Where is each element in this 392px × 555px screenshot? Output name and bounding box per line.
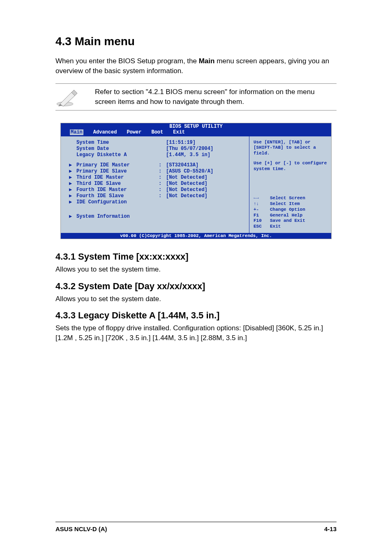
bios-menu-exit: Exit	[173, 129, 185, 135]
section-heading: 4.3.1 System Time [xx:xx:xxxx]	[55, 251, 337, 262]
bios-help-key: ←→	[254, 196, 270, 201]
section-text: Allows you to set the system time.	[55, 265, 337, 274]
bios-help-row: +-Change Option	[254, 207, 327, 213]
bios-label: Fourth IDE Slave	[76, 193, 159, 199]
bios-help-txt: Change Option	[270, 207, 305, 213]
bios-help-txt: Exit	[270, 224, 281, 230]
bios-help-txt: Select Item	[270, 201, 300, 207]
bios-label: Legacy Diskette A	[76, 152, 159, 158]
bios-val: [ASUS CD-S520/A]	[166, 168, 213, 175]
bios-help-top: Use [ENTER], [TAB] or [SHIFT-TAB] to sel…	[254, 140, 327, 157]
bios-help-row: F10Save and Exit	[254, 218, 327, 224]
intro-bold: Main	[199, 57, 215, 65]
section-heading: 4.3.3 Legacy Diskette A [1.44M, 3.5 in.]	[55, 310, 337, 321]
bios-label: Fourth IDE Master	[76, 187, 159, 193]
section-text: Allows you to set the system date.	[55, 294, 337, 304]
bios-row: ▶IDE Configuration	[69, 199, 245, 205]
intro-paragraph: When you enter the BIOS Setup program, t…	[55, 56, 337, 76]
bios-row: Legacy Diskette A[1.44M, 3.5 in]	[69, 152, 245, 158]
bios-label: IDE Configuration	[76, 199, 159, 205]
intro-pre: When you enter the BIOS Setup program, t…	[55, 57, 199, 65]
bios-help-key: ESC	[254, 224, 270, 230]
bios-label: System Information	[76, 214, 159, 220]
bios-val: [Not Detected]	[166, 181, 208, 187]
bios-val: [Not Detected]	[166, 193, 208, 199]
bios-help-txt: Save and Exit	[270, 218, 305, 224]
bios-left-panel: System Time[11:51:19] System Date[Thu 05…	[61, 136, 249, 233]
note-box: Refer to section "4.2.1 BIOS menu screen…	[55, 83, 337, 111]
note-text: Refer to section "4.2.1 BIOS menu screen…	[87, 87, 337, 107]
bios-help-key: ↑↓	[254, 201, 270, 207]
bios-help-key: +-	[254, 207, 270, 213]
bios-help-key: F10	[254, 218, 270, 224]
bios-row: ▶Primary IDE Master:[ST320413A]	[69, 162, 245, 168]
bios-help-row: ←→Select Screen	[254, 196, 327, 201]
bios-menu-advanced: Advanced	[93, 129, 117, 135]
bios-help-row: ESCExit	[254, 224, 327, 230]
bios-menu-main: Main	[70, 129, 83, 135]
bios-row: ▶Fourth IDE Master:[Not Detected]	[69, 187, 245, 193]
bios-label: Third IDE Slave	[76, 181, 159, 187]
footer-left: ASUS NCLV-D (A)	[55, 525, 107, 532]
bios-menu-boot: Boot	[151, 129, 163, 135]
bios-help-key: F1	[254, 213, 270, 219]
bios-help-row: ↑↓Select Item	[254, 201, 327, 207]
bios-row: ▶Primary IDE Slave:[ASUS CD-S520/A]	[69, 168, 245, 175]
bios-val: [1.44M, 3.5 in]	[166, 152, 210, 158]
section-text: Sets the type of floppy drive installed.…	[55, 323, 337, 343]
bios-label: System Date	[76, 146, 159, 152]
bios-row: ▶Third IDE Master:[Not Detected]	[69, 175, 245, 181]
bios-help-mid: Use [+] or [-] to configure system time.	[254, 161, 327, 172]
bios-row: ▶Third IDE Slave:[Not Detected]	[69, 181, 245, 187]
bios-val: [Not Detected]	[166, 175, 208, 181]
bios-val: [Not Detected]	[166, 187, 208, 193]
bios-row: System Time[11:51:19]	[69, 140, 245, 146]
bios-right-panel: Use [ENTER], [TAB] or [SHIFT-TAB] to sel…	[249, 136, 331, 233]
bios-help-txt: General Help	[270, 213, 302, 219]
bios-row: ▶Fourth IDE Slave:[Not Detected]	[69, 193, 245, 199]
pencil-icon	[55, 87, 78, 107]
bios-label: Primary IDE Slave	[76, 168, 159, 175]
bios-screenshot: BIOS SETUP UTILITY Main Advanced Power B…	[60, 123, 332, 239]
bios-row: ▶System Information	[69, 214, 245, 220]
footer-right: 4-13	[324, 525, 337, 532]
bios-help-txt: Select Screen	[270, 196, 305, 201]
bios-val: [ST320413A]	[166, 162, 198, 168]
bios-label: Third IDE Master	[76, 175, 159, 181]
bios-row: System Date[Thu 05/07/2004]	[69, 146, 245, 152]
bios-help-row: F1General Help	[254, 213, 327, 219]
bios-footer: v00.00 (C)Copyright 1985-2002, American …	[61, 233, 331, 239]
bios-body: System Time[11:51:19] System Date[Thu 05…	[61, 136, 331, 233]
bios-menu-power: Power	[127, 129, 141, 135]
bios-menubar: Main Advanced Power Boot Exit	[61, 129, 331, 136]
page-title: 4.3 Main menu	[55, 35, 337, 48]
section-heading: 4.3.2 System Date [Day xx/xx/xxxx]	[55, 281, 337, 292]
bios-val: [11:51:19]	[166, 140, 196, 146]
page-footer: ASUS NCLV-D (A) 4-13	[55, 522, 337, 532]
bios-title: BIOS SETUP UTILITY	[61, 123, 331, 129]
bios-label: System Time	[76, 140, 159, 146]
bios-val: [Thu 05/07/2004]	[166, 146, 213, 152]
bios-label: Primary IDE Master	[76, 162, 159, 168]
